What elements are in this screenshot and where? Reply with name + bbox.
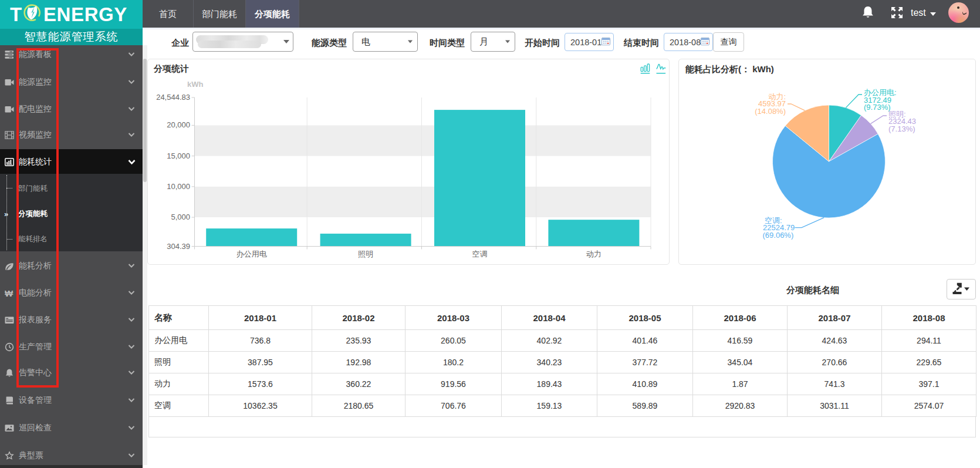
svg-text:24,544.83: 24,544.83	[156, 93, 190, 102]
svg-text:分项统计: 分项统计	[153, 63, 189, 73]
svg-text:能耗占比分析(： kWh): 能耗占比分析(： kWh)	[685, 64, 774, 74]
svg-text:304.39: 304.39	[167, 242, 190, 251]
svg-text:(14.08%): (14.08%)	[755, 107, 786, 116]
svg-text:ENERGY: ENERGY	[43, 4, 127, 25]
svg-text:(69.06%): (69.06%)	[763, 231, 794, 240]
svg-text:10,000: 10,000	[167, 182, 190, 191]
svg-text:空调: 空调	[472, 250, 488, 258]
svg-text:照明: 照明	[358, 250, 373, 258]
svg-text:办公用电: 办公用电	[236, 250, 267, 258]
svg-text:(7.13%): (7.13%)	[888, 124, 915, 133]
svg-text:动力: 动力	[586, 250, 601, 258]
svg-text:(9.73%): (9.73%)	[864, 103, 891, 112]
svg-text:kWh: kWh	[187, 80, 204, 89]
svg-text:20,000: 20,000	[167, 120, 190, 129]
svg-text:15,000: 15,000	[167, 151, 190, 160]
svg-text:5,000: 5,000	[171, 213, 190, 221]
svg-text:T: T	[10, 4, 22, 25]
svg-text:₩: ₩	[5, 288, 13, 298]
